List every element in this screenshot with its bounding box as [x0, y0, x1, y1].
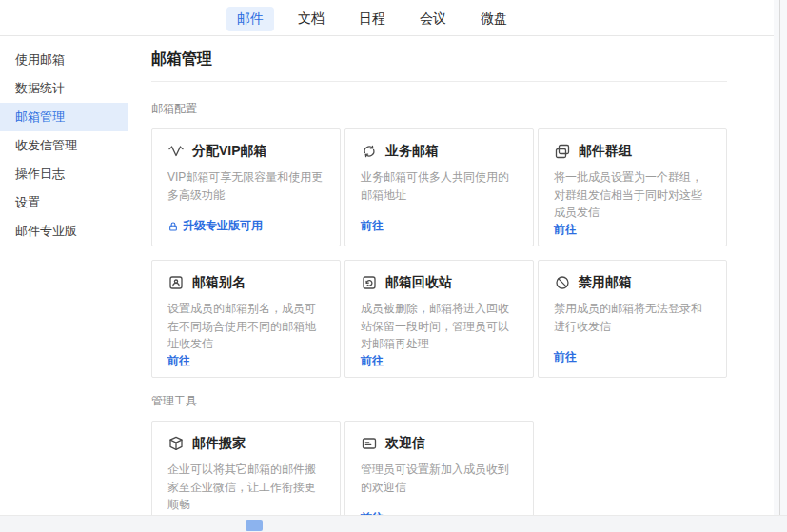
feature-card-mail-group: 邮件群组 将一批成员设置为一个群组，对群组发信相当于同时对这些成员发信 前往	[538, 128, 727, 246]
card-title: 禁用邮箱	[579, 274, 632, 291]
mailbox-alias-icon	[167, 274, 185, 291]
feature-card-welcome-letter: 欢迎信 管理员可设置新加入成员收到的欢迎信 前往	[344, 421, 534, 515]
feature-card-mail-migration: 邮件搬家 企业可以将其它邮箱的邮件搬家至企业微信，让工作衔接更顺畅 前往	[151, 421, 341, 515]
top-tabs: 邮件 文档 日程 会议 微盘	[226, 7, 518, 31]
sidebar-item-settings[interactable]: 设置	[0, 188, 128, 217]
page-gutter	[774, 0, 779, 515]
card-desc: 禁用成员的邮箱将无法登录和进行收发信	[554, 300, 711, 335]
card-desc: 管理员可设置新加入成员收到的欢迎信	[361, 461, 518, 496]
tab-mail[interactable]: 邮件	[226, 7, 274, 31]
card-desc: 将一批成员设置为一个群组，对群组发信相当于同时对这些成员发信	[554, 168, 711, 222]
card-desc: 成员被删除，邮箱将进入回收站保留一段时间，管理员可以对邮箱再处理	[361, 300, 518, 353]
feature-card-recycle-bin: 邮箱回收站 成员被删除，邮箱将进入回收站保留一段时间，管理员可以对邮箱再处理 前…	[344, 260, 534, 378]
go-link[interactable]: 前往	[554, 349, 711, 365]
bottom-blue-fragment	[246, 520, 263, 531]
main-content: 邮箱管理 邮箱配置 分配VIP邮箱 VIP邮箱可享无限容量和使用更多高	[128, 36, 779, 515]
card-title: 业务邮箱	[385, 143, 439, 160]
card-desc: 设置成员的邮箱别名，成员可在不同场合使用不同的邮箱地址收发信	[167, 300, 325, 353]
tab-drive[interactable]: 微盘	[470, 7, 518, 31]
mailbox-config-grid: 分配VIP邮箱 VIP邮箱可享无限容量和使用更多高级功能 升级专业版可用	[151, 128, 757, 378]
mail-migration-icon	[167, 435, 185, 452]
go-link[interactable]: 前往	[361, 353, 518, 369]
card-desc: 业务邮箱可供多人共同使用的邮箱地址	[361, 168, 518, 204]
page-title: 邮箱管理	[151, 49, 757, 69]
card-title: 分配VIP邮箱	[192, 143, 267, 160]
tab-docs[interactable]: 文档	[287, 7, 335, 31]
admin-tools-grid: 邮件搬家 企业可以将其它邮箱的邮件搬家至企业微信，让工作衔接更顺畅 前往	[151, 421, 757, 515]
sidebar-item-use-mailbox[interactable]: 使用邮箱	[0, 46, 128, 74]
card-title: 邮件群组	[579, 143, 632, 160]
recycle-bin-icon	[361, 274, 378, 291]
lock-icon	[167, 221, 179, 232]
welcome-letter-icon	[361, 435, 378, 452]
bottom-band	[0, 515, 787, 532]
card-title: 欢迎信	[385, 435, 425, 452]
title-divider	[151, 81, 727, 82]
tab-meeting[interactable]: 会议	[409, 7, 457, 31]
disabled-mailbox-icon	[554, 274, 571, 291]
card-title: 邮箱别名	[192, 274, 246, 291]
app-window: 邮件 文档 日程 会议 微盘 使用邮箱 数据统计 邮箱管理 收发信管理 操作日志…	[0, 0, 780, 532]
feature-card-mailbox-alias: 邮箱别名 设置成员的邮箱别名，成员可在不同场合使用不同的邮箱地址收发信 前往	[151, 260, 341, 378]
tab-schedule[interactable]: 日程	[348, 7, 396, 31]
top-navigation: 邮件 文档 日程 会议 微盘	[0, 0, 779, 36]
section-label-admin-tools: 管理工具	[151, 393, 757, 409]
mail-group-icon	[554, 143, 571, 160]
go-link[interactable]: 前往	[167, 353, 325, 369]
go-link[interactable]: 前往	[554, 222, 711, 238]
sidebar-item-operation-log[interactable]: 操作日志	[0, 160, 128, 188]
vip-icon	[167, 143, 185, 160]
sidebar-item-send-receive-management[interactable]: 收发信管理	[0, 131, 128, 160]
sidebar-item-mailbox-management[interactable]: 邮箱管理	[0, 103, 128, 131]
upgrade-pro-label: 升级专业版可用	[183, 218, 263, 234]
feature-card-vip: 分配VIP邮箱 VIP邮箱可享无限容量和使用更多高级功能 升级专业版可用	[151, 128, 341, 246]
feature-card-disabled-mailbox: 禁用邮箱 禁用成员的邮箱将无法登录和进行收发信 前往	[538, 260, 727, 378]
card-desc: 企业可以将其它邮箱的邮件搬家至企业微信，让工作衔接更顺畅	[167, 461, 325, 514]
sidebar-item-statistics[interactable]: 数据统计	[0, 74, 128, 103]
sidebar-item-mail-pro[interactable]: 邮件专业版	[0, 217, 128, 246]
feature-card-business-mailbox: 业务邮箱 业务邮箱可供多人共同使用的邮箱地址 前往	[344, 128, 534, 246]
go-link[interactable]: 前往	[361, 218, 518, 234]
upgrade-pro-link[interactable]: 升级专业版可用	[167, 218, 325, 234]
card-desc: VIP邮箱可享无限容量和使用更多高级功能	[167, 168, 325, 204]
card-title: 邮件搬家	[192, 435, 246, 452]
section-label-mailbox-config: 邮箱配置	[151, 101, 757, 117]
card-title: 邮箱回收站	[385, 274, 452, 291]
business-mailbox-icon	[361, 143, 378, 160]
sidebar: 使用邮箱 数据统计 邮箱管理 收发信管理 操作日志 设置 邮件专业版	[0, 36, 128, 515]
